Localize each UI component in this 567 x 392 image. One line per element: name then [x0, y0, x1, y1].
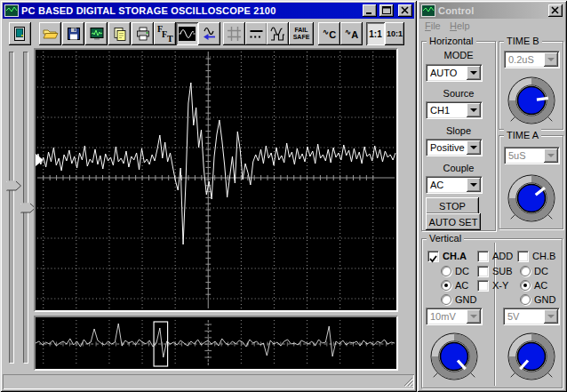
couple-dropdown-button[interactable] [467, 178, 481, 192]
chb-range-dropdown-button[interactable] [544, 309, 558, 324]
cha-dc-label[interactable]: DC [455, 266, 469, 276]
horizontal-group: Horizontal MODE AUTO Source CH1 Slope Po… [421, 41, 496, 231]
slope-value: Positive [430, 142, 465, 153]
chb-dc-radio[interactable] [520, 266, 531, 276]
graticule-button[interactable] [223, 22, 245, 45]
auto-set-button[interactable]: AUTO SET [426, 213, 481, 230]
resize-grip[interactable] [403, 376, 413, 388]
cha-gain-knob[interactable] [423, 325, 485, 388]
time-b-dropdown-button[interactable] [544, 52, 558, 67]
chevron-down-icon [547, 58, 555, 65]
mode-combobox[interactable]: AUTO [426, 64, 483, 82]
scope-plot [36, 50, 396, 310]
copy-button[interactable] [108, 22, 131, 45]
time-a-combobox[interactable]: 5uS [504, 147, 560, 164]
time-b-group-label: TIME B [504, 35, 542, 47]
menu-help[interactable]: Help [450, 20, 470, 31]
add-checkbox-label[interactable]: ADD [492, 251, 513, 261]
mode-dropdown-button[interactable] [467, 66, 481, 80]
line-style-button[interactable] [245, 22, 268, 45]
probe-1-1-button[interactable]: 1:1 [366, 22, 385, 45]
cha-checkbox[interactable] [427, 251, 439, 262]
time-a-dropdown-button[interactable] [544, 148, 558, 163]
chb-ac-label[interactable]: AC [534, 280, 547, 291]
chb-checkbox[interactable] [517, 251, 529, 262]
probe-10-1-label: 10:1 [387, 29, 403, 38]
time-b-knob[interactable] [500, 69, 563, 132]
control-close-button[interactable] [548, 4, 563, 17]
couple-combobox[interactable]: AC [426, 176, 483, 194]
couple-value: AC [430, 180, 443, 190]
main-scope-display [34, 48, 398, 312]
slope-combobox[interactable]: Positive [426, 139, 483, 156]
cha-position-slider-track[interactable] [9, 52, 13, 363]
source-combobox[interactable]: CH1 [426, 101, 483, 119]
slope-label: Slope [422, 125, 495, 136]
chevron-down-icon [470, 315, 477, 322]
add-checkbox[interactable] [477, 251, 489, 262]
maximize-button[interactable] [379, 4, 394, 17]
close-button[interactable] [398, 4, 412, 17]
time-b-value: 0.2uS [508, 54, 534, 65]
menu-file[interactable]: File [425, 20, 441, 31]
copy-pages-icon [112, 26, 128, 42]
cha-gnd-radio[interactable] [441, 294, 451, 305]
cha-range-combobox[interactable]: 10mV [426, 308, 483, 325]
fft-button[interactable]: F F T [154, 22, 176, 45]
source-dropdown-button[interactable] [467, 103, 481, 117]
save-button[interactable] [62, 22, 84, 45]
probe-10-1-button[interactable]: 10:1 [385, 22, 404, 45]
chb-gnd-radio[interactable] [520, 294, 531, 305]
chevron-down-icon [470, 183, 477, 190]
cha-checkbox-label[interactable]: CH.A [443, 251, 467, 261]
chb-checkbox-label[interactable]: CH.B [532, 251, 555, 261]
time-b-combobox[interactable]: 0.2uS [504, 51, 560, 68]
cha-ac-label[interactable]: AC [455, 280, 468, 291]
cha-range-dropdown-button[interactable] [467, 309, 481, 324]
probe-1-1-label: 1:1 [369, 29, 381, 39]
chb-gain-knob[interactable] [500, 325, 563, 388]
chb-ac-radio[interactable] [520, 280, 531, 291]
capture-button[interactable] [85, 22, 108, 45]
calibrate-a-button[interactable]: ∿A [340, 22, 363, 45]
cha-dc-radio[interactable] [441, 266, 451, 276]
stop-button[interactable]: STOP [426, 197, 479, 214]
xy-checkbox[interactable] [477, 280, 489, 292]
recall-waveform-button[interactable] [198, 22, 220, 45]
cha-position-slider-thumb[interactable] [5, 179, 22, 189]
display-mode-button[interactable] [176, 22, 198, 45]
channel-divider [494, 243, 496, 386]
waveform-trace [36, 83, 395, 244]
chb-range-combobox[interactable]: 5V [503, 308, 560, 325]
exit-button[interactable] [9, 22, 31, 45]
sub-checkbox[interactable] [477, 266, 489, 277]
time-a-group-label: TIME A [504, 129, 541, 141]
status-bar [3, 374, 414, 389]
cha-ac-radio[interactable] [441, 280, 451, 291]
wave-mode-button[interactable] [267, 22, 289, 45]
xy-checkbox-label[interactable]: X-Y [492, 280, 508, 291]
fail-safe-button[interactable]: FAIL SAFE [289, 22, 314, 45]
cha-range-value: 10mV [430, 311, 456, 322]
cha-gnd-label[interactable]: GND [455, 294, 476, 305]
control-titlebar: Control [419, 3, 564, 19]
time-a-knob[interactable] [500, 167, 563, 229]
capture-screen-icon [89, 26, 105, 42]
failsafe-label-line2: SAFE [293, 34, 310, 41]
slope-dropdown-button[interactable] [467, 140, 481, 155]
chb-gnd-label[interactable]: GND [534, 294, 555, 305]
sub-checkbox-label[interactable]: SUB [492, 266, 513, 276]
overview-plot [36, 317, 396, 369]
open-folder-icon [42, 26, 59, 42]
trigger-level-marker[interactable] [36, 154, 44, 166]
mode-label: MODE [422, 50, 495, 60]
horizontal-group-label: Horizontal [427, 35, 476, 47]
control-window: Control File Help Horizontal MODE AUTO S… [417, 0, 567, 392]
print-button[interactable] [132, 22, 154, 45]
calibrate-c-button[interactable]: ∿C [318, 22, 340, 45]
chb-dc-label[interactable]: DC [534, 266, 548, 276]
control-window-title: Control [438, 5, 546, 16]
minimize-button[interactable] [363, 4, 377, 17]
app-icon [4, 4, 19, 17]
open-button[interactable] [39, 22, 61, 45]
